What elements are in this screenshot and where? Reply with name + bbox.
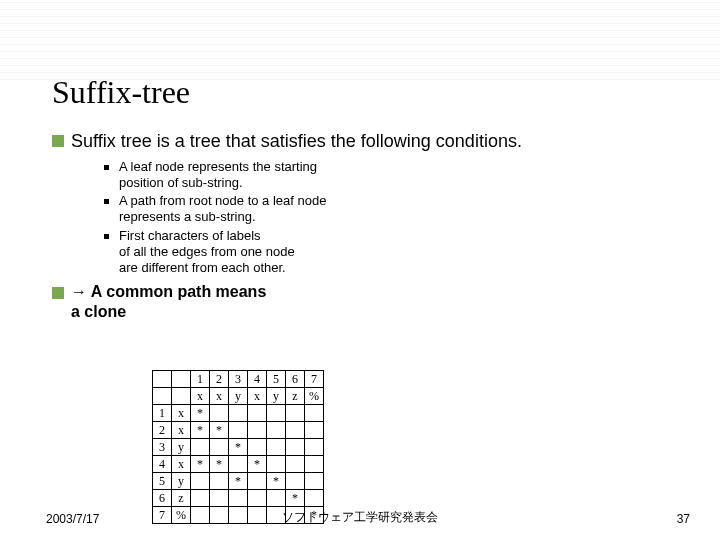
col-header: 3 [229, 371, 248, 388]
dot-bullet-icon [104, 199, 109, 204]
slide-title: Suffix-tree [52, 74, 190, 111]
table-cell [305, 422, 324, 439]
row-subheader: z [172, 490, 191, 507]
row-header: 3 [153, 439, 172, 456]
table-cell: * [191, 405, 210, 422]
sub-bullet: A leaf node represents the starting posi… [104, 159, 680, 192]
dot-bullet-icon [104, 165, 109, 170]
table-cell [267, 490, 286, 507]
slide-texture [0, 0, 720, 80]
table-cell [248, 422, 267, 439]
row-header: 5 [153, 473, 172, 490]
table-cell [248, 490, 267, 507]
table-cell [248, 439, 267, 456]
row-subheader: x [172, 405, 191, 422]
row-header: 2 [153, 422, 172, 439]
table-cell [248, 473, 267, 490]
corner-cell [172, 388, 191, 405]
conclusion-text: → A common path means a clone [71, 282, 266, 322]
table-cell [210, 439, 229, 456]
bullet-text: Suffix tree is a tree that satisfies the… [71, 130, 522, 153]
table-cell [229, 507, 248, 524]
dot-bullet-icon [104, 234, 109, 239]
table-row: 4x*** [153, 456, 324, 473]
table-cell [210, 490, 229, 507]
sub-bullet-text: First characters of labels of all the ed… [119, 228, 295, 277]
col-header: 7 [305, 371, 324, 388]
footer-date: 2003/7/17 [46, 512, 99, 526]
table-cell [191, 507, 210, 524]
corner-cell [153, 388, 172, 405]
table-cell [191, 490, 210, 507]
table-header-row: 1 2 3 4 5 6 7 [153, 371, 324, 388]
table-cell [229, 490, 248, 507]
table-cell [286, 456, 305, 473]
table-cell: * [210, 422, 229, 439]
sub-header: % [305, 388, 324, 405]
corner-cell [153, 371, 172, 388]
table-row: 3y* [153, 439, 324, 456]
table-cell [305, 405, 324, 422]
table-cell [267, 422, 286, 439]
table-cell [267, 439, 286, 456]
table-cell [267, 456, 286, 473]
col-header: 1 [191, 371, 210, 388]
table-cell: * [210, 456, 229, 473]
row-subheader: % [172, 507, 191, 524]
table-cell [248, 507, 267, 524]
row-subheader: y [172, 439, 191, 456]
table-cell [229, 456, 248, 473]
slide-body: Suffix tree is a tree that satisfies the… [52, 130, 680, 328]
suffix-table: 1 2 3 4 5 6 7 x x y x y z % 1x*2x**3y*4x… [152, 370, 324, 524]
row-header: 6 [153, 490, 172, 507]
table-row: 2x** [153, 422, 324, 439]
sub-bullet-text: A leaf node represents the starting posi… [119, 159, 317, 192]
corner-cell [172, 371, 191, 388]
sub-header: z [286, 388, 305, 405]
row-header: 1 [153, 405, 172, 422]
table-cell: * [286, 490, 305, 507]
sub-bullet: A path from root node to a leaf node rep… [104, 193, 680, 226]
footer-center: ソフトウェア工学研究発表会 [282, 509, 438, 526]
square-bullet-icon [52, 287, 64, 299]
sub-header: x [210, 388, 229, 405]
table-cell [305, 490, 324, 507]
table-cell: * [191, 422, 210, 439]
sub-bullets: A leaf node represents the starting posi… [104, 159, 680, 277]
table-cell [191, 473, 210, 490]
col-header: 6 [286, 371, 305, 388]
square-bullet-icon [52, 135, 64, 147]
row-subheader: x [172, 422, 191, 439]
row-subheader: x [172, 456, 191, 473]
table-cell: * [191, 456, 210, 473]
sub-header: y [229, 388, 248, 405]
table-cell [248, 405, 267, 422]
sub-bullet-text: A path from root node to a leaf node rep… [119, 193, 326, 226]
table-cell [286, 473, 305, 490]
table-cell [305, 456, 324, 473]
col-header: 4 [248, 371, 267, 388]
row-header: 4 [153, 456, 172, 473]
col-header: 2 [210, 371, 229, 388]
col-header: 5 [267, 371, 286, 388]
sub-header: y [267, 388, 286, 405]
bullet-main: Suffix tree is a tree that satisfies the… [52, 130, 680, 153]
table-cell [229, 405, 248, 422]
sub-header: x [248, 388, 267, 405]
table-row: 6z* [153, 490, 324, 507]
row-header: 7 [153, 507, 172, 524]
table-row: 5y** [153, 473, 324, 490]
table-cell [267, 405, 286, 422]
table-cell: * [229, 439, 248, 456]
table-cell [305, 439, 324, 456]
bullet-conclusion: → A common path means a clone [52, 282, 680, 322]
row-subheader: y [172, 473, 191, 490]
footer-page: 37 [677, 512, 690, 526]
table-cell [286, 439, 305, 456]
table-cell [210, 507, 229, 524]
table-cell [286, 422, 305, 439]
sub-header: x [191, 388, 210, 405]
table-cell [286, 405, 305, 422]
sub-bullet: First characters of labels of all the ed… [104, 228, 680, 277]
table-cell: * [248, 456, 267, 473]
